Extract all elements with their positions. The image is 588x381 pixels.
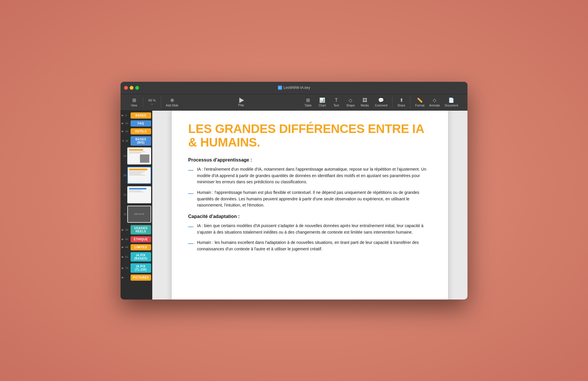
slide-title: LES GRANDES DIFFÉRENCES ENTRE IA & HUMAI… [188,122,432,149]
thumb-line-29-2 [129,153,141,153]
group-toggle-iapix-bases[interactable]: ▶ [122,255,125,258]
group-usages: ▶ 34 USAGES RÉELS [121,224,152,235]
sidebar-item-faq[interactable]: FAQ [131,120,151,127]
document-icon: 📄 [448,97,454,103]
group-bases: ▶ 3 BASES [121,112,152,119]
add-slide-icon: ⊕ [169,97,175,103]
panel-controls: ✏️ Format ◇ Animate 📄 Document [410,96,463,108]
group-number-limites: 48 [125,246,130,249]
thumb-line-30-3 [129,174,141,174]
play-button[interactable]: Play [236,97,246,107]
maximize-button[interactable] [135,86,139,90]
section2-heading: Capacité d'adaptation : [188,214,432,219]
group-iapix-tldr: ▶ 73 IA.PIX (TL;DR) [121,263,152,273]
sidebar-item-bases[interactable]: BASES [131,112,151,119]
share-button[interactable]: ⬆ Share [395,96,408,108]
group-toggle-ethique[interactable]: ▶ [122,238,125,241]
bullet-dash-4: — [188,240,193,247]
slide-number-30: 30 [122,174,126,177]
group-ethique: ▶ 40 ÉTHIQUE [121,236,152,243]
sidebar-item-usages[interactable]: USAGES RÉELS [131,225,151,234]
sidebar-item-iapix-tldr[interactable]: IA.PIX (TL;DR) [131,263,151,273]
group-number-bases-bis: 28 [125,139,130,142]
add-slide-group: ⊕ Add Slide [161,96,183,108]
bullet-dash-1: — [188,167,193,174]
group-toggle-bases[interactable]: ▶ [122,114,125,117]
group-header-bases-bis: ▼ 28 BASES (BIS) [121,136,152,146]
format-button[interactable]: ✏️ Format [413,96,427,108]
group-toggle-outils[interactable]: ▶ [122,130,125,133]
add-slide-button[interactable]: ⊕ Add Slide [163,96,181,108]
group-number-iapix-tldr: 73 [125,267,130,269]
sidebar-item-bases-bis[interactable]: BASES (BIS) [131,136,151,146]
group-number-iapix-bases: 61 [125,255,130,258]
group-toggle-limites[interactable]: ▶ [122,246,125,249]
section2-bullet2-text: Humain : les humains excellent dans l'ad… [197,239,432,252]
group-iapix-bases: ▶ 61 IA.PIX (BASES) [121,252,152,262]
comment-button[interactable]: 💬 Comment [372,96,390,108]
traffic-lights [124,86,139,90]
group-number-bases: 3 [125,114,130,117]
view-icon: ⊞ [131,97,137,103]
text-button[interactable]: T Text [330,96,343,108]
format-icon: ✏️ [417,97,423,103]
media-icon: 🖼 [362,97,368,103]
view-button[interactable]: ⊞ View [128,96,141,108]
thumb-gray-32: IMG.IA.VR [128,206,151,222]
slide-thumbnail-29[interactable] [127,147,151,164]
share-icon: ⬆ [398,97,404,103]
group-number-ethique: 40 [125,238,130,241]
thumb-content-30 [128,167,151,183]
group-toggle-faq[interactable]: ▶ [122,122,125,125]
app-window: K LesWWW-IA.key ⊞ View 69 % ▾ ⊕ Add Slid… [121,82,467,300]
view-group: ⊞ View [125,96,143,108]
group-header-ethique: ▶ 40 ÉTHIQUE [121,236,152,243]
group-header-pictures: ▶ PICTURES [121,274,152,281]
group-toggle-bases-bis[interactable]: ▼ [122,139,125,142]
section1-bullet2-text: Humain : l'apprentissage humain est plus… [197,189,432,209]
group-number-outils: 14 [125,130,130,133]
media-button[interactable]: 🖼 Media [358,96,371,108]
slide-number-29: 29 [122,154,126,157]
thumb-line-30-2 [129,172,143,173]
zoom-group: 69 % ▾ [143,97,161,107]
slide-thumbnail-30[interactable] [127,167,151,184]
group-number-usages: 34 [125,228,130,231]
zoom-control[interactable]: 69 % ▾ [146,97,158,107]
group-toggle-usages[interactable]: ▶ [122,228,125,231]
group-toggle-iapix-tldr[interactable]: ▶ [122,267,125,269]
zoom-chevron-icon: ▾ [151,103,153,106]
sidebar-item-outils[interactable]: OUTILS [131,128,151,134]
thumb-line-29-1 [129,152,145,152]
section1-bullet1-text: IA : l'entraînement d'un modèle d'IA, no… [197,166,432,185]
section2-bullet2-item: — Humain : les humains excellent dans l'… [188,239,432,252]
group-pictures: ▶ PICTURES [121,274,152,281]
window-title: LesWWW-IA.key [283,86,310,90]
thumb-title-31 [129,188,146,189]
chart-button[interactable]: 📊 Chart [316,96,329,108]
animate-button[interactable]: ◇ Animate [427,96,442,108]
group-outils: ▶ 14 OUTILS [121,128,152,135]
sidebar-item-iapix-bases[interactable]: IA.PIX (BASES) [131,252,151,262]
group-number-faq: 10 [125,122,130,125]
group-toggle-pictures[interactable]: ▶ [122,276,125,279]
group-header-iapix-bases: ▶ 61 IA.PIX (BASES) [121,252,152,262]
play-label: Play [238,104,244,107]
sidebar-item-limites[interactable]: LIMITES [131,244,151,250]
close-button[interactable] [124,86,128,90]
thumb-label-32: IMG.IA.VR [134,213,144,215]
sidebar-item-ethique[interactable]: ÉTHIQUE [131,236,151,242]
play-icon [239,98,244,103]
table-button[interactable]: ⊞ Table [302,96,315,108]
thumb-title-30 [129,169,147,170]
group-header-faq: ▶ 10 FAQ [121,120,152,127]
slide-thumbnail-31[interactable] [127,186,151,203]
shape-button[interactable]: ◇ Shape [344,96,357,108]
chart-icon: 📊 [319,97,325,103]
minimize-button[interactable] [130,86,133,90]
sidebar-item-pictures[interactable]: PICTURES [131,274,151,281]
slide-thumbnail-32[interactable]: IMG.IA.VR [127,206,151,223]
canvas-area[interactable]: LES GRANDES DIFFÉRENCES ENTRE IA & HUMAI… [152,111,467,300]
share-group: ⬆ Share [392,96,410,108]
document-button[interactable]: 📄 Document [442,96,460,108]
